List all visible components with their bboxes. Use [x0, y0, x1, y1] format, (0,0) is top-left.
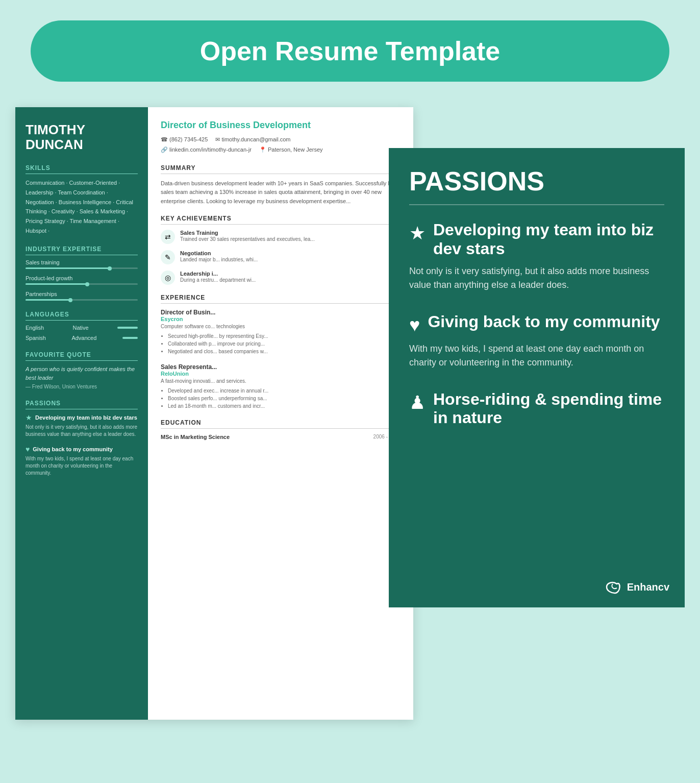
exp-bullet-1-2: Collaborated with p... improve our prici… — [168, 340, 401, 348]
passion-title-row-1: ★ Developing my team into biz dev stars — [26, 413, 138, 422]
achievement-desc-3: During a restru... department wi... — [180, 277, 256, 284]
industry-bar-bg-2 — [26, 283, 138, 285]
passion-big-item-1: ★ Developing my team into biz dev stars … — [409, 221, 664, 292]
passion-item-2: ♥ Giving back to my community With my tw… — [26, 445, 138, 477]
achievement-icon-1: ⇄ — [161, 230, 175, 244]
education-section-title: EDUCATION — [161, 419, 401, 429]
exp-item-1: Director of Busin... Esycron Computer so… — [161, 309, 401, 355]
exp-company-2: ReloUnion — [161, 371, 401, 377]
passion-big-star-icon: ★ — [409, 223, 426, 244]
industry-expertise-title: INDUSTRY EXPERTISE — [26, 246, 138, 255]
passion-item-desc-1: Not only is it very satisfying, but it a… — [26, 424, 138, 438]
passion-big-title-1: Developing my team into biz dev stars — [433, 221, 664, 258]
summary-section-title: SUMMARY — [161, 164, 401, 174]
industry-bar-fill-1 — [26, 267, 110, 269]
achievement-item-3: ◎ Leadership i... During a restru... dep… — [161, 271, 401, 285]
industry-label-1: Sales training — [26, 259, 138, 265]
achievement-title-1: Sales Training — [180, 230, 315, 236]
exp-item-2: Sales Representa... ReloUnion A fast-mov… — [161, 363, 401, 410]
industry-bar-bg-1 — [26, 267, 138, 269]
resume-panel: TIMOTHY DUNCAN SKILLS Communication · Cu… — [15, 107, 413, 720]
contact-phone: ☎ (862) 7345-425 — [161, 136, 208, 142]
achievement-title-3: Leadership i... — [180, 271, 256, 277]
experience-section-title: EXPERIENCE — [161, 294, 401, 304]
industry-label-3: Partnerships — [26, 291, 138, 297]
achievement-content-1: Sales Training Trained over 30 sales rep… — [180, 230, 315, 243]
industry-bar-dot-1 — [108, 266, 112, 271]
industry-bar-bg-3 — [26, 299, 138, 301]
lang-level-english: Native — [72, 325, 88, 331]
header-pill: Open Resume Template — [31, 20, 669, 82]
contact-linkedin: 🔗 linkedin.com/in/timothy-duncan-jr — [161, 146, 252, 153]
exp-job-title-1: Director of Busin... — [161, 309, 401, 316]
passion-star-icon: ★ — [26, 413, 32, 422]
passion-big-desc-2: With my two kids, I spend at least one d… — [409, 342, 664, 370]
passion-big-title-row-2: ♥ Giving back to my community — [409, 312, 664, 336]
quote-text: A person who is quietly confident makes … — [26, 365, 138, 382]
passions-panel-title: PASSIONS — [409, 166, 664, 205]
lang-bar-english — [117, 327, 138, 329]
achievement-content-2: Negotiation Landed major b... industries… — [180, 250, 258, 263]
passion-item-title-2: Giving back to my community — [33, 446, 112, 452]
achievement-content-3: Leadership i... During a restru... depar… — [180, 271, 256, 284]
enhancv-brand-text: Enhancv — [627, 581, 669, 593]
passion-big-title-row-1: ★ Developing my team into biz dev stars — [409, 221, 664, 258]
exp-desc-1: Computer software co... technologies — [161, 323, 401, 330]
skills-section-title: SKILLS — [26, 164, 138, 174]
exp-bullet-2-1: Developed and exec... increase in annual… — [168, 387, 401, 395]
achievement-icon-2: ✎ — [161, 250, 175, 264]
contact-email: ✉ timothy.duncan@gmail.com — [215, 136, 290, 142]
page-title: Open Resume Template — [200, 36, 501, 66]
job-title: Director of Business Development — [161, 120, 401, 131]
industry-bar-dot-3 — [68, 298, 72, 302]
enhancv-logo: Enhancv — [603, 577, 669, 597]
passion-big-item-2: ♥ Giving back to my community With my tw… — [409, 312, 664, 370]
passion-big-title-2: Giving back to my community — [428, 312, 660, 331]
passion-big-desc-1: Not only is it very satisfying, but it a… — [409, 264, 664, 292]
languages-section-title: LANGUAGES — [26, 311, 138, 321]
industry-item-3: Partnerships — [26, 291, 138, 301]
achievement-icon-3: ◎ — [161, 271, 175, 285]
passions-overlay-panel: PASSIONS ★ Developing my team into biz d… — [389, 148, 685, 607]
lang-name-spanish: Spanish — [26, 335, 46, 341]
exp-bullet-1-1: Secured high-profile... by representing … — [168, 332, 401, 340]
enhancv-icon — [603, 577, 623, 597]
passion-big-title-row-3: ♟ Horse-riding & spending time in nature — [409, 390, 664, 428]
quote-author: — Fred Wilson, Union Ventures — [26, 384, 138, 389]
achievement-item-2: ✎ Negotiation Landed major b... industri… — [161, 250, 401, 264]
exp-job-title-2: Sales Representa... — [161, 363, 401, 371]
achievement-desc-1: Trained over 30 sales representatives an… — [180, 236, 315, 243]
industry-bar-fill-2 — [26, 283, 87, 285]
achievement-item-1: ⇄ Sales Training Trained over 30 sales r… — [161, 230, 401, 244]
passion-big-heart-icon: ♥ — [409, 314, 420, 336]
achievement-desc-2: Landed major b... industries, whi... — [180, 256, 258, 263]
industry-bar-fill-3 — [26, 299, 70, 301]
contact-info: ☎ (862) 7345-425 ✉ timothy.duncan@gmail.… — [161, 135, 401, 155]
key-achievements-title: KEY ACHIEVEMENTS — [161, 215, 401, 225]
exp-bullet-2-3: Led an 18-month m... customers and incr.… — [168, 402, 401, 410]
passion-heart-icon: ♥ — [26, 445, 30, 453]
language-row-spanish: Spanish Advanced — [26, 335, 138, 341]
industry-bar-dot-2 — [85, 282, 89, 286]
passion-item-1: ★ Developing my team into biz dev stars … — [26, 413, 138, 438]
passion-big-title-3: Horse-riding & spending time in nature — [433, 390, 664, 428]
achievement-title-2: Negotiation — [180, 250, 258, 256]
edu-degree-1: MSc in Marketing Science — [161, 434, 230, 440]
exp-bullets-2: Developed and exec... increase in annual… — [161, 387, 401, 410]
industry-item-1: Sales training — [26, 259, 138, 269]
passion-item-desc-2: With my two kids, I spend at least one d… — [26, 455, 138, 477]
lang-level-spanish: Advanced — [71, 335, 96, 341]
exp-bullet-1-3: Negotiated and clos... based companies w… — [168, 348, 401, 355]
passion-big-chess-icon: ♟ — [409, 392, 426, 413]
summary-text: Data-driven business development leader … — [161, 179, 401, 206]
exp-desc-2: A fast-moving innovati... and services. — [161, 378, 401, 385]
main-container: TIMOTHY DUNCAN SKILLS Communication · Cu… — [15, 107, 685, 720]
passion-title-row-2: ♥ Giving back to my community — [26, 445, 138, 453]
passions-section-title: PASSIONS — [26, 400, 138, 409]
resume-sidebar: TIMOTHY DUNCAN SKILLS Communication · Cu… — [15, 107, 148, 720]
lang-bar-spanish — [122, 337, 138, 339]
skills-text: Communication · Customer-Oriented · Lead… — [26, 178, 138, 235]
passion-big-item-3: ♟ Horse-riding & spending time in nature — [409, 390, 664, 428]
industry-label-2: Product-led growth — [26, 275, 138, 281]
edu-item-1: MSc in Marketing Science 2006 - 2007 — [161, 434, 401, 440]
